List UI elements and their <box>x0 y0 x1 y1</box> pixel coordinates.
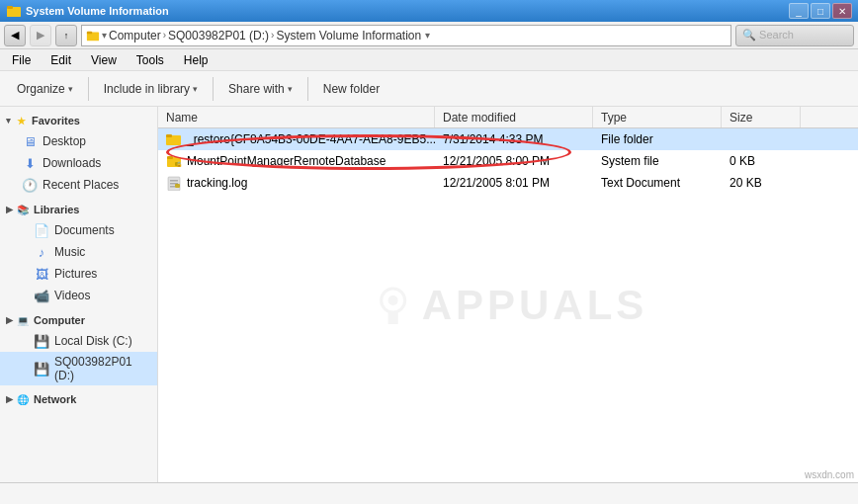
sidebar-item-local-disk[interactable]: 💾 Local Disk (C:) <box>0 330 157 352</box>
sidebar-item-pictures[interactable]: 🖼 Pictures <box>0 263 157 285</box>
network-icon: 🌐 <box>16 392 30 406</box>
close-button[interactable]: ✕ <box>832 3 852 19</box>
computer-icon: 💻 <box>16 313 30 327</box>
file-area: Name Date modified Type Size APPUALS <box>158 107 858 482</box>
sidebar-item-videos[interactable]: 📹 Videos <box>0 285 157 306</box>
network-header[interactable]: ▶ 🌐 Network <box>0 389 157 409</box>
col-header-type[interactable]: Type <box>593 107 722 127</box>
sidebar-local-disk-label: Local Disk (C:) <box>54 334 132 348</box>
folder-icon-0 <box>166 131 182 147</box>
computer-expand: ▶ <box>6 315 13 325</box>
libraries-section: ▶ 📚 Libraries 📄 Documents ♪ Music 🖼 Pict… <box>0 200 157 306</box>
sidebar-item-documents[interactable]: 📄 Documents <box>0 219 157 241</box>
pictures-icon: 🖼 <box>34 266 49 282</box>
computer-label: Computer <box>34 314 85 326</box>
organize-label: Organize <box>17 82 65 96</box>
favorites-section: ▾ ★ Favorites 🖥 Desktop ⬇ Downloads 🕐 Re… <box>0 111 157 196</box>
sidebar-sq-drive-label: SQ003982P01 (D:) <box>54 355 151 382</box>
libraries-label: Libraries <box>34 204 79 215</box>
libraries-header[interactable]: ▶ 📚 Libraries <box>0 200 157 219</box>
menu-view[interactable]: View <box>83 51 125 69</box>
sidebar-music-label: Music <box>54 245 85 259</box>
sidebar-pictures-label: Pictures <box>54 267 97 281</box>
share-with-arrow: ▾ <box>288 84 293 94</box>
svg-rect-4 <box>87 31 92 34</box>
status-bar <box>0 482 858 504</box>
forward-button[interactable]: ▶ <box>30 25 51 46</box>
svg-rect-11 <box>167 156 173 159</box>
file-list: APPUALS _restore{CF8A54B3-00DE-4AA7-AEA8… <box>158 128 858 482</box>
menu-file[interactable]: File <box>4 51 39 69</box>
up-button[interactable]: ↑ <box>55 25 77 46</box>
title-bar-controls: _ □ ✕ <box>789 3 852 19</box>
share-with-button[interactable]: Share with ▾ <box>219 77 301 101</box>
watermark-text: APPUALS <box>422 282 648 329</box>
svg-rect-15 <box>170 180 178 182</box>
svg-text:🔒: 🔒 <box>176 161 182 168</box>
back-button[interactable]: ◀ <box>4 25 26 46</box>
menu-bar: File Edit View Tools Help <box>0 49 858 71</box>
documents-icon: 📄 <box>34 222 49 238</box>
menu-edit[interactable]: Edit <box>43 51 79 69</box>
local-disk-icon: 💾 <box>34 333 49 349</box>
path-drive[interactable]: SQ003982P01 (D:) <box>168 29 269 42</box>
sidebar-item-music[interactable]: ♪ Music <box>0 241 157 263</box>
svg-rect-1 <box>7 9 21 17</box>
column-headers: Name Date modified Type Size <box>158 107 858 128</box>
path-folder[interactable]: System Volume Information <box>276 29 421 42</box>
sidebar-item-recent[interactable]: 🕐 Recent Places <box>0 174 157 196</box>
svg-point-6 <box>388 295 398 305</box>
table-row[interactable]: tracking.log 12/21/2005 8:01 PM Text Doc… <box>158 172 858 194</box>
maximize-button[interactable]: □ <box>811 3 830 19</box>
address-bar: ◀ ▶ ↑ ▾ Computer › SQ003982P01 (D:) › Sy… <box>0 22 858 49</box>
share-with-label: Share with <box>228 82 285 96</box>
col-header-date[interactable]: Date modified <box>435 107 593 127</box>
sidebar-desktop-label: Desktop <box>43 134 86 148</box>
desktop-icon: 🖥 <box>22 133 38 149</box>
address-path[interactable]: ▾ Computer › SQ003982P01 (D:) › System V… <box>81 25 731 46</box>
menu-help[interactable]: Help <box>176 51 216 69</box>
title-bar: System Volume Information _ □ ✕ <box>0 0 858 22</box>
toolbar-separator-3 <box>307 77 308 101</box>
file-name-1: 🔒 MountPointManagerRemoteDatabase <box>158 151 435 171</box>
file-name-0: _restore{CF8A54B3-00DE-4AA7-AEA8-9EB5...… <box>158 129 435 149</box>
new-folder-button[interactable]: New folder <box>314 77 388 101</box>
network-expand: ▶ <box>6 394 13 404</box>
sidebar-item-desktop[interactable]: 🖥 Desktop <box>0 130 157 152</box>
sidebar: ▾ ★ Favorites 🖥 Desktop ⬇ Downloads 🕐 Re… <box>0 107 158 482</box>
path-separator-1: ▾ <box>102 30 107 41</box>
network-section: ▶ 🌐 Network <box>0 389 157 409</box>
include-library-button[interactable]: Include in library ▾ <box>95 77 207 101</box>
music-icon: ♪ <box>34 244 49 260</box>
path-arrow-1: › <box>163 30 166 41</box>
sidebar-item-sq-drive[interactable]: 💾 SQ003982P01 (D:) <box>0 352 157 385</box>
svg-rect-18 <box>175 184 180 188</box>
col-header-size[interactable]: Size <box>722 107 801 127</box>
search-box[interactable]: 🔍 Search <box>735 25 854 46</box>
favorites-label: Favorites <box>32 115 80 126</box>
libraries-expand: ▶ <box>6 205 13 214</box>
organize-button[interactable]: Organize ▾ <box>8 77 82 101</box>
minimize-button[interactable]: _ <box>789 3 809 19</box>
computer-header[interactable]: ▶ 💻 Computer <box>0 310 157 330</box>
svg-rect-17 <box>170 186 175 188</box>
file-size-2: 20 KB <box>722 174 801 192</box>
path-computer[interactable]: Computer <box>109 29 161 42</box>
title-bar-text: System Volume Information <box>26 5 789 17</box>
path-end-arrow: ▾ <box>425 30 430 41</box>
title-bar-icon <box>6 3 22 19</box>
table-row[interactable]: 🔒 MountPointManagerRemoteDatabase 12/21/… <box>158 150 858 172</box>
organize-arrow: ▾ <box>68 84 73 94</box>
favorites-header[interactable]: ▾ ★ Favorites <box>0 111 157 130</box>
videos-icon: 📹 <box>34 288 49 303</box>
svg-rect-9 <box>166 134 172 137</box>
sidebar-item-downloads[interactable]: ⬇ Downloads <box>0 152 157 174</box>
file-type-1: System file <box>593 152 722 170</box>
sidebar-recent-label: Recent Places <box>43 178 119 192</box>
table-row[interactable]: _restore{CF8A54B3-00DE-4AA7-AEA8-9EB5...… <box>158 128 858 150</box>
menu-tools[interactable]: Tools <box>129 51 172 69</box>
watermark: APPUALS <box>369 281 648 330</box>
favorites-expand: ▾ <box>6 116 11 126</box>
col-header-name[interactable]: Name <box>158 107 435 127</box>
path-folder-icon <box>86 29 100 42</box>
